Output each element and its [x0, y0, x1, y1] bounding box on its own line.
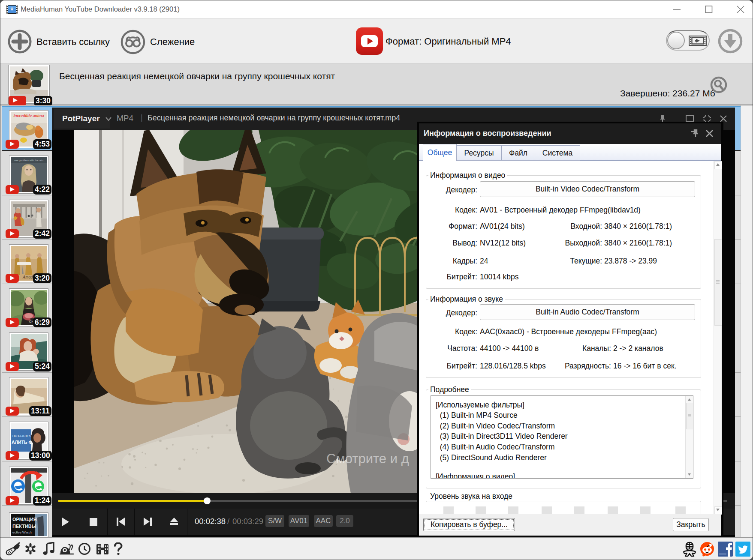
- svg-text:ПЕКТИВЫ: ПЕКТИВЫ: [12, 524, 36, 529]
- svg-text:Incredible anima: Incredible anima: [13, 114, 44, 118]
- svg-text:НО БЫСТРО: НО БЫСТРО: [12, 434, 32, 438]
- svg-text:ова goddess with the rain: ова goddess with the rain: [14, 159, 43, 162]
- svg-text:Смотрите и д: Смотрите и д: [326, 451, 409, 466]
- svg-text:ОРМАЦИЯ: ОРМАЦИЯ: [12, 517, 37, 522]
- svg-text:ective Warp): ective Warp): [12, 530, 32, 534]
